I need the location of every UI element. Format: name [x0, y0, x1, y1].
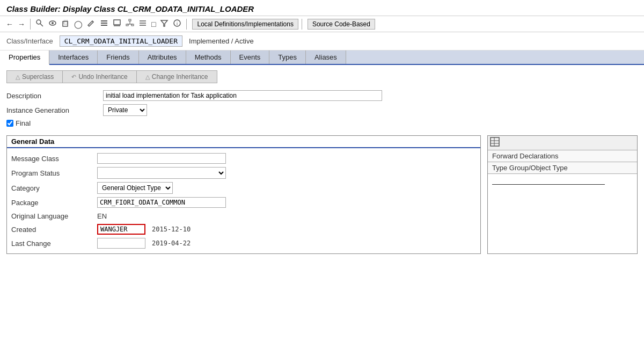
tab-aliases[interactable]: Aliases: [306, 50, 346, 64]
content-area: △ Superclass ↶ Undo Inheritance △ Change…: [0, 65, 644, 363]
category-row: Category General Object Type Exception C…: [11, 180, 476, 195]
category-label: Category: [11, 184, 97, 192]
type-group-input-row: [488, 174, 637, 187]
svg-rect-8: [101, 23, 107, 24]
svg-rect-5: [64, 20, 68, 24]
instance-generation-label: Instance Generation: [6, 106, 103, 114]
package-input[interactable]: [97, 197, 226, 208]
last-change-label: Last Change: [11, 239, 97, 248]
tab-events[interactable]: Events: [231, 50, 270, 64]
class-interface-value: CL_CRM_ODATA_INITIAL_LOADER: [60, 35, 182, 47]
svg-point-0: [36, 20, 41, 24]
created-input[interactable]: [97, 224, 145, 235]
box-button[interactable]: □: [150, 19, 157, 30]
svg-rect-12: [129, 19, 131, 21]
general-data-header: General Data: [7, 136, 480, 148]
tabs-row: Properties Interfaces Friends Attributes…: [0, 50, 644, 65]
inheritance-row: △ Superclass ↶ Undo Inheritance △ Change…: [6, 70, 217, 83]
forward-button[interactable]: →: [16, 19, 27, 30]
original-language-label: Original Language: [11, 212, 97, 220]
filter-button[interactable]: [158, 18, 170, 30]
superclass-icon: △: [16, 74, 20, 81]
original-language-value: EN: [97, 212, 107, 220]
type-group-input[interactable]: [492, 176, 605, 185]
general-data-container: General Data Message Class Program Statu…: [6, 135, 638, 254]
local-definitions-button[interactable]: Local Definitions/Implementations: [192, 19, 298, 30]
svg-rect-9: [101, 25, 107, 26]
final-checkbox[interactable]: [6, 120, 13, 127]
upload-button[interactable]: [111, 18, 123, 30]
final-label: Final: [16, 119, 31, 127]
tab-methods[interactable]: Methods: [186, 50, 231, 64]
description-row: Description: [6, 89, 638, 103]
main-container: Class Builder: Display Class CL_CRM_ODAT…: [0, 0, 644, 363]
eye-button[interactable]: [47, 18, 58, 30]
svg-line-1: [40, 24, 43, 26]
general-data-body: Message Class Program Status Category: [7, 148, 480, 253]
forward-declarations-panel: Forward Declarations Type Group/Object T…: [487, 135, 638, 254]
toolbar-sep-2: [186, 19, 187, 30]
message-class-label: Message Class: [11, 155, 97, 163]
search-button[interactable]: [34, 18, 46, 30]
category-select[interactable]: General Object Type Exception Class Pers…: [97, 182, 173, 194]
tab-properties[interactable]: Properties: [0, 50, 49, 65]
svg-marker-20: [161, 20, 167, 26]
table-icon: [490, 137, 500, 149]
last-change-row: Last Change 2019-04-22: [11, 236, 476, 250]
description-input[interactable]: [103, 90, 382, 101]
package-label: Package: [11, 199, 97, 207]
program-status-select[interactable]: [97, 167, 226, 179]
toolbar-sep-3: [302, 19, 302, 30]
tab-interfaces[interactable]: Interfaces: [49, 50, 98, 64]
program-status-label: Program Status: [11, 169, 97, 177]
info-button[interactable]: i: [171, 18, 183, 30]
description-label: Description: [6, 92, 103, 100]
undo-icon: ↶: [71, 74, 76, 81]
form-section: Description Instance Generation Private …: [6, 89, 638, 129]
hierarchy-button[interactable]: [124, 18, 136, 30]
title-bar: Class Builder: Display Class CL_CRM_ODAT…: [0, 0, 644, 16]
message-class-row: Message Class: [11, 151, 476, 165]
page-title: Class Builder: Display Class CL_CRM_ODAT…: [6, 4, 638, 13]
general-data-panel: General Data Message Class Program Statu…: [6, 135, 481, 254]
edit-button[interactable]: [85, 18, 97, 30]
svg-text:i: i: [177, 21, 178, 26]
back-button[interactable]: ←: [4, 19, 15, 30]
at-button[interactable]: ◯: [72, 19, 84, 30]
created-row: Created 2015-12-10: [11, 222, 476, 236]
source-code-button[interactable]: Source Code-Based: [308, 19, 375, 30]
last-change-input[interactable]: [97, 238, 145, 249]
package-row: Package: [11, 195, 476, 209]
class-interface-row: Class/Interface CL_CRM_ODATA_INITIAL_LOA…: [0, 32, 644, 50]
instance-generation-row: Instance Generation Private Protected Pu…: [6, 103, 638, 118]
status-text: Implemented / Active: [189, 37, 254, 45]
tab-types[interactable]: Types: [269, 50, 306, 64]
type-group-column: Type Group/Object Type: [488, 162, 637, 174]
last-change-date: 2019-04-22: [152, 239, 191, 247]
message-class-input[interactable]: [97, 153, 226, 164]
undo-inheritance-button[interactable]: ↶ Undo Inheritance: [63, 71, 136, 83]
svg-rect-23: [491, 137, 499, 146]
tab-friends[interactable]: Friends: [98, 50, 138, 64]
created-label: Created: [11, 226, 97, 234]
list-button[interactable]: [137, 18, 149, 30]
class-interface-label: Class/Interface: [6, 37, 53, 45]
instance-generation-select[interactable]: Private Protected Public Abstract: [103, 104, 147, 116]
settings-button[interactable]: [98, 18, 110, 30]
svg-rect-10: [114, 20, 120, 25]
change-inheritance-button[interactable]: △ Change Inheritance: [137, 71, 217, 83]
superclass-button[interactable]: △ Superclass: [7, 71, 63, 83]
change-icon: △: [145, 74, 150, 81]
toolbar-sep-1: [30, 19, 31, 30]
final-row: Final: [6, 118, 638, 129]
svg-rect-7: [101, 20, 107, 21]
svg-line-6: [92, 21, 93, 22]
original-language-row: Original Language EN: [11, 209, 476, 222]
tab-attributes[interactable]: Attributes: [139, 50, 186, 64]
program-status-row: Program Status: [11, 165, 476, 180]
svg-point-3: [52, 22, 54, 24]
created-date: 2015-12-10: [152, 226, 191, 233]
copy-button[interactable]: [60, 18, 71, 30]
right-panel-toolbar: [488, 136, 637, 150]
toolbar: ← → ◯ □ i: [0, 16, 644, 32]
